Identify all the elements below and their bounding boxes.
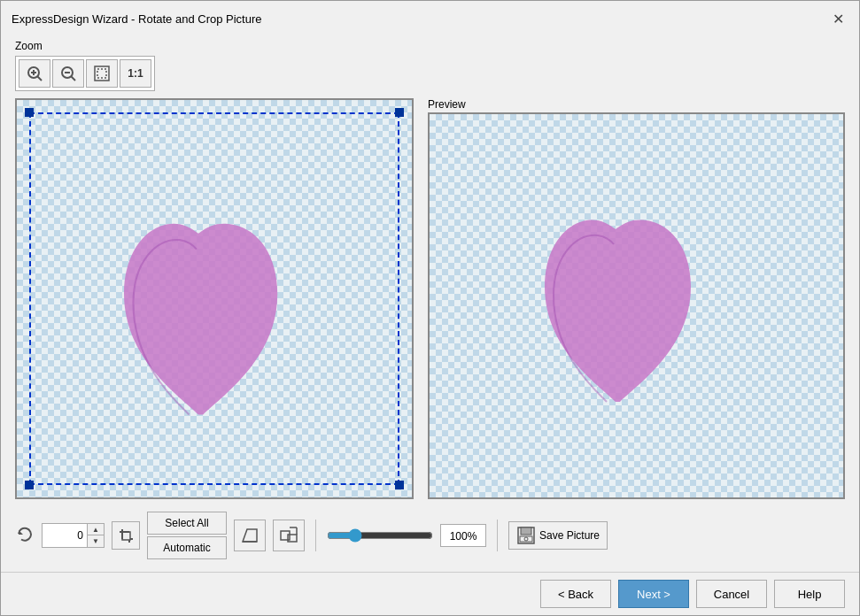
- zoom-1to1-button[interactable]: 1:1: [120, 59, 151, 88]
- toolbar-separator: [315, 520, 316, 551]
- rotation-input[interactable]: 0: [43, 524, 87, 547]
- spin-up-button[interactable]: ▲: [88, 524, 104, 535]
- title-bar: ExpressDesign Wizard - Rotate and Crop P…: [1, 1, 859, 33]
- zoom-out-button[interactable]: [52, 59, 84, 88]
- zoom-in-icon: [26, 65, 43, 82]
- zoom-toolbar: 1:1: [15, 56, 155, 91]
- resize-button[interactable]: [273, 520, 305, 551]
- spin-arrows: ▲ ▼: [87, 524, 104, 547]
- edit-canvas[interactable]: [15, 98, 414, 499]
- svg-marker-9: [19, 530, 23, 535]
- crop-handle-bl[interactable]: [25, 481, 34, 489]
- toolbar-row: 0 ▲ ▼ Select All Automatic: [15, 506, 845, 565]
- content-area: Zoom: [1, 33, 859, 572]
- svg-rect-22: [521, 527, 531, 535]
- crop-border: [29, 112, 399, 485]
- back-button[interactable]: < Back: [540, 580, 611, 608]
- resize-icon: [279, 526, 298, 545]
- zoom-label: Zoom: [15, 40, 845, 52]
- toolbar-separator2: [497, 520, 498, 551]
- zoom-fit-button[interactable]: [86, 59, 118, 88]
- crop-handle-br[interactable]: [395, 481, 404, 489]
- select-all-button[interactable]: Select All: [147, 512, 227, 535]
- save-picture-button[interactable]: Save Picture: [508, 521, 608, 550]
- crop-handle-tl[interactable]: [25, 108, 34, 117]
- zoom-slider[interactable]: [327, 528, 433, 543]
- svg-point-24: [524, 537, 528, 541]
- preview-canvas: [428, 112, 845, 499]
- svg-line-6: [72, 77, 76, 81]
- fit-icon: [93, 65, 111, 82]
- svg-rect-8: [97, 69, 106, 78]
- preview-canvas-area: Preview: [428, 98, 845, 499]
- perspective-icon: [240, 526, 260, 545]
- svg-line-3: [38, 77, 43, 81]
- help-button[interactable]: Help: [774, 580, 845, 608]
- footer-row: < Back Next > Cancel Help: [1, 572, 859, 615]
- zoom-section: Zoom: [15, 40, 845, 91]
- spin-down-button[interactable]: ▼: [88, 535, 104, 547]
- automatic-button[interactable]: Automatic: [147, 536, 227, 559]
- svg-marker-15: [243, 529, 257, 542]
- zoom-in-button[interactable]: [19, 59, 50, 88]
- crop-button[interactable]: [112, 521, 140, 550]
- perspective-button[interactable]: [234, 520, 266, 551]
- zoom-slider-wrap: [327, 528, 433, 543]
- heart-image-right: [527, 167, 704, 442]
- save-picture-label: Save Picture: [539, 529, 600, 542]
- dialog-title: ExpressDesign Wizard - Rotate and Crop P…: [12, 12, 262, 26]
- canvases-row: Preview: [15, 98, 845, 499]
- select-all-group: Select All Automatic: [147, 512, 227, 559]
- zoom-out-icon: [59, 65, 77, 82]
- edit-canvas-area: [15, 98, 414, 499]
- crop-handle-tr[interactable]: [395, 108, 404, 117]
- crop-icon: [118, 527, 134, 543]
- dialog-window: ExpressDesign Wizard - Rotate and Crop P…: [0, 0, 860, 616]
- svg-rect-12: [122, 532, 130, 540]
- rotate-icon: [15, 524, 35, 548]
- zoom-percent-display: 100%: [440, 524, 486, 547]
- rotation-input-wrap: 0 ▲ ▼: [42, 523, 105, 548]
- cancel-button[interactable]: Cancel: [696, 580, 767, 608]
- preview-label: Preview: [428, 98, 845, 111]
- next-button[interactable]: Next >: [618, 580, 689, 608]
- close-button[interactable]: ✕: [827, 8, 848, 29]
- save-picture-icon: [516, 526, 536, 545]
